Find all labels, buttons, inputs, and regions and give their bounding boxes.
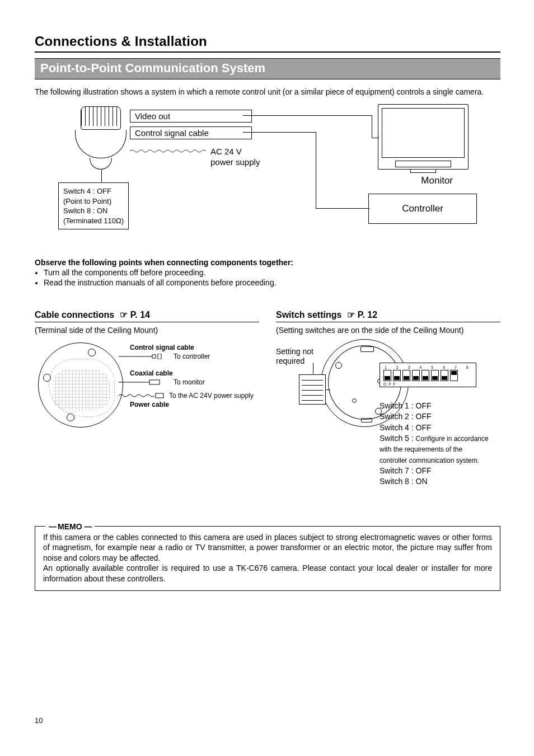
dip-off-label: O F F — [383, 382, 472, 386]
switch-item: Switch 2 : OFF — [380, 411, 491, 422]
label-control-signal: Control signal cable — [130, 126, 252, 139]
memo-label: MEMO — [45, 522, 95, 532]
label-controller: Controller — [402, 203, 443, 214]
cable-illustration: Control signal cable To controller Coaxi… — [35, 339, 259, 434]
label-coaxial-cable: Coaxial cable — [130, 369, 173, 377]
dip-numbers: 1 2 3 4 5 6 7 8 — [383, 365, 472, 369]
monitor-stand-icon — [410, 169, 436, 173]
cable-subtext: (Terminal side of the Ceiling Mount) — [35, 326, 259, 335]
switch-item: Switch 8 : ON — [380, 476, 491, 487]
svg-rect-5 — [156, 393, 163, 398]
observe-list: Turn all the components off before proce… — [35, 268, 500, 287]
cable-ref-icon: ☞ P. 14 — [120, 309, 150, 320]
label-control-signal-cable: Control signal cable — [130, 344, 194, 351]
switch-callout-l2: (Point to Point) — [63, 196, 124, 206]
label-ac24v: AC 24 V — [210, 147, 242, 156]
svg-rect-4 — [149, 380, 160, 384]
switch-item: Switch 5 : Configure in accordance with … — [380, 433, 491, 466]
dip-switch-small-icon — [299, 374, 326, 405]
switch-item: Switch 1 : OFF — [380, 401, 491, 411]
observe-item: Read the instruction manuals of all comp… — [44, 278, 500, 287]
svg-rect-2 — [158, 354, 161, 359]
label-setting-not-required: Setting not required — [276, 347, 313, 366]
switch-ref-icon: ☞ P. 12 — [347, 309, 377, 320]
page-number: 10 — [35, 716, 43, 725]
cable-stub-icon — [119, 354, 169, 359]
label-monitor: Monitor — [421, 175, 453, 186]
system-diagram: Video out Control signal cable AC 24 V p… — [35, 104, 502, 236]
label-to-controller: To controller — [174, 353, 210, 360]
svg-rect-1 — [152, 355, 156, 358]
label-to-ac-supply: To the AC 24V power supply — [169, 392, 254, 400]
coil-cable-icon — [119, 393, 175, 398]
label-power-supply: power supply — [210, 157, 260, 167]
section-heading: Connections & Installation — [35, 34, 500, 53]
label-video-out: Video out — [130, 110, 252, 123]
label-to-monitor: To monitor — [174, 378, 205, 386]
switch-illustration: Setting not required 1 2 3 4 5 6 7 8 — [276, 339, 500, 507]
label-part: Setting not — [276, 347, 313, 356]
observe-heading: Observe the following points when connec… — [35, 258, 500, 267]
controller-box: Controller — [368, 194, 477, 224]
sub-banner: Point-to-Point Communication System — [35, 58, 500, 79]
intro-text: The following illustration shows a syste… — [35, 87, 500, 96]
cable-stub-icon — [119, 379, 169, 385]
switch-callout-box: Switch 4 : OFF (Point to Point) Switch 8… — [58, 182, 129, 229]
ceiling-mount-icon — [38, 342, 123, 428]
switch-callout-l4: (Terminated 110Ω) — [63, 216, 124, 226]
dip-switch-large-icon: 1 2 3 4 5 6 7 8 O F F — [380, 363, 476, 387]
switch-settings-list: Switch 1 : OFF Switch 2 : OFF Switch 4 :… — [380, 401, 491, 487]
camera-icon — [74, 106, 127, 168]
switch-heading: Switch settings — [276, 310, 341, 320]
label-part: required — [276, 356, 305, 365]
cable-heading: Cable connections — [35, 310, 114, 320]
switch-subtext: (Setting switches are on the side of the… — [276, 326, 500, 335]
switch-item: Switch 7 : OFF — [380, 466, 491, 476]
observe-item: Turn all the components off before proce… — [44, 268, 500, 277]
switch-callout-l3: Switch 8 : ON — [63, 206, 124, 216]
memo-box: MEMO If this camera or the cables connec… — [35, 526, 500, 591]
memo-paragraph: An optionally available controller is re… — [43, 564, 492, 583]
label-power-cable: Power cable — [130, 401, 169, 408]
switch-callout-l1: Switch 4 : OFF — [63, 186, 124, 196]
monitor-icon — [378, 104, 469, 170]
memo-paragraph: If this camera or the cables connected t… — [43, 533, 492, 562]
memo-label-text: MEMO — [58, 522, 82, 531]
coil-cable-icon — [130, 149, 208, 153]
sub-banner-text: Point-to-Point Communication System — [40, 61, 265, 75]
switch-item: Switch 4 : OFF — [380, 422, 491, 433]
switch-item-label: Switch 5 : — [380, 434, 414, 443]
